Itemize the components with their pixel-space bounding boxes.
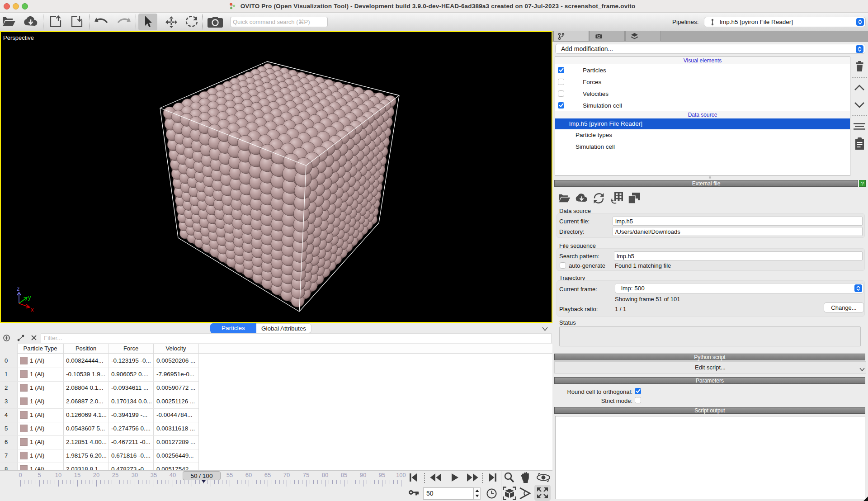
svg-text:y: y xyxy=(28,294,31,301)
svg-text:x: x xyxy=(31,306,34,313)
svg-text:z: z xyxy=(17,285,20,292)
